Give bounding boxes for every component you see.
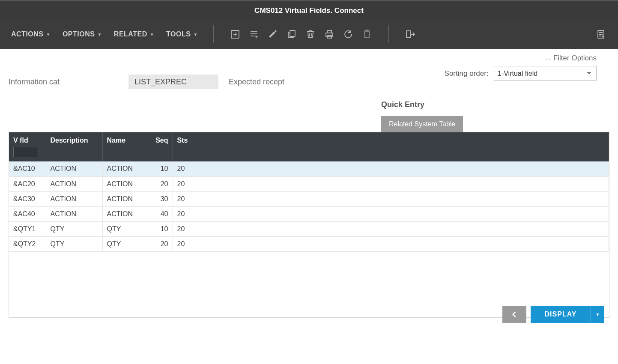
chevron-left-icon: [510, 310, 519, 319]
data-table-wrap: V fld Description Name Seq Sts &AC10ACTI…: [9, 132, 609, 318]
cell-rest: [201, 206, 609, 221]
menu-bar: ACTIONS▼ OPTIONS▼ RELATED▼ TOOLS▼: [0, 20, 618, 49]
logout-icon[interactable]: [404, 28, 416, 40]
cell-vfld: &AC10: [9, 161, 46, 176]
note-icon[interactable]: [595, 28, 607, 40]
toolbar-divider: [213, 25, 214, 43]
cell-vfld: &AC30: [9, 191, 46, 206]
cell-seq: 20: [142, 176, 173, 191]
filter-options-toggle[interactable]: ︿Filter Options: [9, 49, 609, 64]
cell-rest: [201, 221, 609, 236]
svg-rect-12: [327, 36, 331, 38]
chevron-up-icon: ︿: [546, 55, 551, 61]
menu-actions[interactable]: ACTIONS▼: [11, 30, 51, 38]
display-button[interactable]: DISPLAY: [531, 306, 591, 323]
cell-rest: [201, 161, 609, 176]
cell-seq: 20: [142, 236, 173, 251]
table-row[interactable]: &AC40ACTIONACTION4020: [9, 206, 609, 221]
svg-rect-14: [366, 30, 368, 32]
cell-sts: 20: [173, 236, 201, 251]
caret-down-icon: ▼: [150, 32, 154, 37]
cell-vfld: &AC20: [9, 176, 46, 191]
quick-entry-title: Quick Entry: [381, 100, 463, 109]
cell-desc: ACTION: [46, 191, 102, 206]
cell-desc: ACTION: [46, 161, 102, 176]
print-icon[interactable]: [323, 28, 335, 40]
toolbar-icons: [229, 28, 373, 40]
edit-icon[interactable]: [267, 28, 279, 40]
table-row[interactable]: &AC20ACTIONACTION2020: [9, 176, 609, 191]
cell-name: ACTION: [102, 191, 142, 206]
menu-group-text: ACTIONS▼ OPTIONS▼ RELATED▼ TOOLS▼: [11, 30, 198, 38]
display-dropdown-button[interactable]: ▼: [591, 306, 604, 323]
cell-sts: 20: [173, 206, 201, 221]
cell-desc: ACTION: [46, 206, 102, 221]
information-cat-label: Information cat: [9, 78, 120, 87]
cell-desc: ACTION: [46, 176, 102, 191]
cell-desc: QTY: [46, 221, 102, 236]
cell-sts: 20: [173, 161, 201, 176]
title-bar: CMS012 Virtual Fields. Connect: [0, 0, 618, 20]
caret-down-icon: ▼: [97, 32, 102, 37]
sorting-order-select[interactable]: 1-Virtual field: [494, 66, 597, 81]
table-row[interactable]: &AC30ACTIONACTION3020: [9, 191, 609, 206]
cell-name: QTY: [102, 221, 142, 236]
table-row[interactable]: &AC10ACTIONACTION1020: [9, 161, 609, 176]
col-header-desc[interactable]: Description: [46, 132, 102, 161]
clipboard-icon: [361, 28, 373, 40]
cell-seq: 30: [142, 191, 173, 206]
table-row[interactable]: &QTY2QTYQTY2020: [9, 236, 609, 251]
cell-rest: [201, 191, 609, 206]
menu-tools[interactable]: TOOLS▼: [166, 30, 198, 38]
caret-down-icon: ▼: [46, 32, 51, 37]
col-header-vfld[interactable]: V fld: [9, 132, 46, 161]
cell-desc: QTY: [46, 236, 102, 251]
svg-rect-7: [290, 30, 295, 36]
window-title: CMS012 Virtual Fields. Connect: [254, 6, 364, 15]
table-row[interactable]: &QTY1QTYQTY1020: [9, 221, 609, 236]
caret-down-icon: ▼: [596, 312, 600, 317]
cell-vfld: &QTY2: [9, 236, 46, 251]
cell-vfld: &QTY1: [9, 221, 46, 236]
cell-name: ACTION: [102, 206, 142, 221]
toolbar-icons-2: [404, 28, 416, 40]
cell-rest: [201, 176, 609, 191]
prev-button[interactable]: [502, 306, 526, 323]
cell-seq: 10: [142, 161, 173, 176]
toolbar-divider: [388, 25, 389, 43]
svg-marker-6: [255, 36, 258, 39]
cell-sts: 20: [173, 191, 201, 206]
svg-rect-15: [406, 31, 411, 38]
svg-rect-10: [327, 30, 331, 33]
delete-icon[interactable]: [305, 28, 316, 40]
cell-seq: 40: [142, 206, 173, 221]
filter-input-vfld[interactable]: [13, 147, 38, 157]
copy-icon[interactable]: [286, 28, 298, 40]
content-area: ︿Filter Options Sorting order: 1-Virtual…: [0, 49, 618, 323]
cell-seq: 10: [142, 221, 173, 236]
cell-name: ACTION: [102, 161, 142, 176]
cell-name: QTY: [102, 236, 142, 251]
footer-buttons: DISPLAY ▼: [502, 306, 604, 323]
menu-options[interactable]: OPTIONS▼: [63, 30, 102, 38]
col-header-seq[interactable]: Seq: [142, 132, 173, 161]
cell-sts: 20: [173, 221, 201, 236]
refresh-icon[interactable]: [342, 28, 354, 40]
col-header-sts[interactable]: Sts: [173, 132, 201, 161]
cell-vfld: &AC40: [9, 206, 46, 221]
col-header-name[interactable]: Name: [102, 132, 142, 161]
col-header-rest: [201, 132, 609, 161]
add-icon[interactable]: [229, 28, 241, 40]
select-icon[interactable]: [248, 28, 260, 40]
table-body: &AC10ACTIONACTION1020&AC20ACTIONACTION20…: [9, 161, 609, 251]
cell-sts: 20: [173, 176, 201, 191]
information-cat-value: LIST_EXPREC: [128, 75, 218, 89]
information-cat-desc: Expected recept: [229, 78, 284, 87]
related-system-table-button[interactable]: Related System Table: [381, 116, 463, 132]
cell-name: ACTION: [102, 176, 142, 191]
quick-entry-block: Quick Entry Related System Table: [381, 100, 463, 132]
data-table: V fld Description Name Seq Sts &AC10ACTI…: [9, 132, 609, 252]
sorting-order-label: Sorting order:: [445, 69, 489, 78]
cell-rest: [201, 236, 609, 251]
menu-related[interactable]: RELATED▼: [114, 30, 154, 38]
